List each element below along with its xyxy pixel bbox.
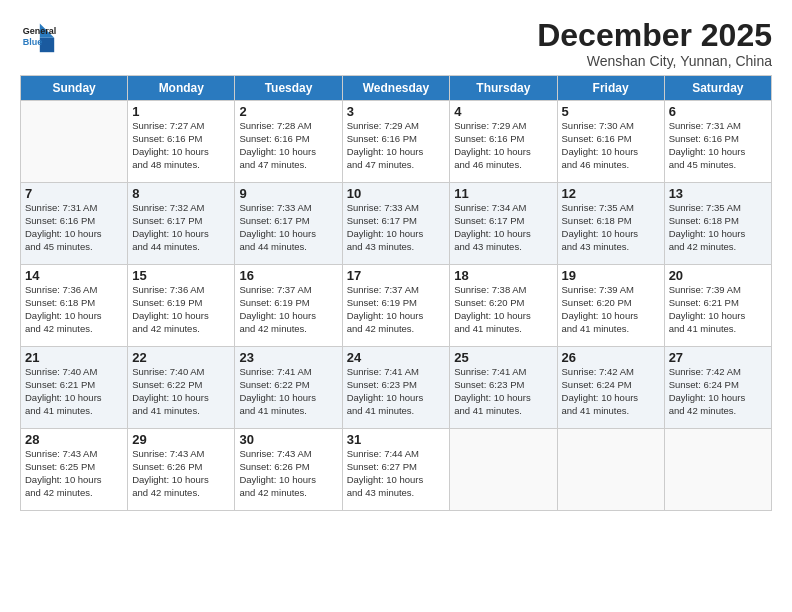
day-number: 28 [25, 432, 123, 447]
calendar-week-row: 28Sunrise: 7:43 AM Sunset: 6:25 PM Dayli… [21, 429, 772, 511]
day-number: 16 [239, 268, 337, 283]
day-number: 21 [25, 350, 123, 365]
svg-text:Blue: Blue [23, 37, 43, 47]
day-info: Sunrise: 7:33 AM Sunset: 6:17 PM Dayligh… [347, 202, 446, 253]
calendar-cell: 18Sunrise: 7:38 AM Sunset: 6:20 PM Dayli… [450, 265, 557, 347]
calendar-cell: 16Sunrise: 7:37 AM Sunset: 6:19 PM Dayli… [235, 265, 342, 347]
calendar-table: SundayMondayTuesdayWednesdayThursdayFrid… [20, 75, 772, 511]
day-info: Sunrise: 7:39 AM Sunset: 6:20 PM Dayligh… [562, 284, 660, 335]
day-number: 31 [347, 432, 446, 447]
calendar-header-saturday: Saturday [664, 76, 771, 101]
day-number: 2 [239, 104, 337, 119]
calendar-cell: 14Sunrise: 7:36 AM Sunset: 6:18 PM Dayli… [21, 265, 128, 347]
calendar-header-row: SundayMondayTuesdayWednesdayThursdayFrid… [21, 76, 772, 101]
calendar-week-row: 7Sunrise: 7:31 AM Sunset: 6:16 PM Daylig… [21, 183, 772, 265]
page: General Blue December 2025 Wenshan City,… [0, 0, 792, 612]
day-info: Sunrise: 7:29 AM Sunset: 6:16 PM Dayligh… [454, 120, 552, 171]
calendar-cell: 1Sunrise: 7:27 AM Sunset: 6:16 PM Daylig… [128, 101, 235, 183]
day-info: Sunrise: 7:31 AM Sunset: 6:16 PM Dayligh… [25, 202, 123, 253]
calendar-cell: 24Sunrise: 7:41 AM Sunset: 6:23 PM Dayli… [342, 347, 450, 429]
subtitle: Wenshan City, Yunnan, China [537, 53, 772, 69]
title-area: December 2025 Wenshan City, Yunnan, Chin… [537, 18, 772, 69]
day-number: 26 [562, 350, 660, 365]
day-info: Sunrise: 7:35 AM Sunset: 6:18 PM Dayligh… [562, 202, 660, 253]
day-number: 12 [562, 186, 660, 201]
calendar-cell: 10Sunrise: 7:33 AM Sunset: 6:17 PM Dayli… [342, 183, 450, 265]
calendar-cell: 27Sunrise: 7:42 AM Sunset: 6:24 PM Dayli… [664, 347, 771, 429]
calendar-header-thursday: Thursday [450, 76, 557, 101]
day-number: 23 [239, 350, 337, 365]
day-number: 9 [239, 186, 337, 201]
day-info: Sunrise: 7:38 AM Sunset: 6:20 PM Dayligh… [454, 284, 552, 335]
calendar-cell: 3Sunrise: 7:29 AM Sunset: 6:16 PM Daylig… [342, 101, 450, 183]
day-number: 10 [347, 186, 446, 201]
calendar-cell: 21Sunrise: 7:40 AM Sunset: 6:21 PM Dayli… [21, 347, 128, 429]
calendar-cell: 9Sunrise: 7:33 AM Sunset: 6:17 PM Daylig… [235, 183, 342, 265]
calendar-cell [450, 429, 557, 511]
day-number: 3 [347, 104, 446, 119]
day-info: Sunrise: 7:33 AM Sunset: 6:17 PM Dayligh… [239, 202, 337, 253]
svg-text:General: General [23, 26, 56, 36]
calendar-cell: 15Sunrise: 7:36 AM Sunset: 6:19 PM Dayli… [128, 265, 235, 347]
calendar-header-wednesday: Wednesday [342, 76, 450, 101]
day-number: 25 [454, 350, 552, 365]
day-info: Sunrise: 7:43 AM Sunset: 6:26 PM Dayligh… [239, 448, 337, 499]
day-number: 20 [669, 268, 767, 283]
day-info: Sunrise: 7:36 AM Sunset: 6:19 PM Dayligh… [132, 284, 230, 335]
calendar-cell: 7Sunrise: 7:31 AM Sunset: 6:16 PM Daylig… [21, 183, 128, 265]
main-title: December 2025 [537, 18, 772, 53]
calendar-header-friday: Friday [557, 76, 664, 101]
calendar-cell: 31Sunrise: 7:44 AM Sunset: 6:27 PM Dayli… [342, 429, 450, 511]
day-info: Sunrise: 7:34 AM Sunset: 6:17 PM Dayligh… [454, 202, 552, 253]
day-number: 19 [562, 268, 660, 283]
logo: General Blue [20, 18, 56, 54]
calendar-week-row: 1Sunrise: 7:27 AM Sunset: 6:16 PM Daylig… [21, 101, 772, 183]
calendar-header-monday: Monday [128, 76, 235, 101]
calendar-week-row: 14Sunrise: 7:36 AM Sunset: 6:18 PM Dayli… [21, 265, 772, 347]
day-number: 6 [669, 104, 767, 119]
calendar-header-sunday: Sunday [21, 76, 128, 101]
calendar-cell [664, 429, 771, 511]
day-info: Sunrise: 7:37 AM Sunset: 6:19 PM Dayligh… [239, 284, 337, 335]
day-number: 29 [132, 432, 230, 447]
day-info: Sunrise: 7:42 AM Sunset: 6:24 PM Dayligh… [562, 366, 660, 417]
day-number: 27 [669, 350, 767, 365]
day-number: 15 [132, 268, 230, 283]
calendar-cell: 23Sunrise: 7:41 AM Sunset: 6:22 PM Dayli… [235, 347, 342, 429]
day-info: Sunrise: 7:41 AM Sunset: 6:22 PM Dayligh… [239, 366, 337, 417]
day-info: Sunrise: 7:35 AM Sunset: 6:18 PM Dayligh… [669, 202, 767, 253]
day-number: 14 [25, 268, 123, 283]
day-number: 22 [132, 350, 230, 365]
day-info: Sunrise: 7:37 AM Sunset: 6:19 PM Dayligh… [347, 284, 446, 335]
day-info: Sunrise: 7:42 AM Sunset: 6:24 PM Dayligh… [669, 366, 767, 417]
calendar-cell: 17Sunrise: 7:37 AM Sunset: 6:19 PM Dayli… [342, 265, 450, 347]
calendar-header-tuesday: Tuesday [235, 76, 342, 101]
day-info: Sunrise: 7:43 AM Sunset: 6:25 PM Dayligh… [25, 448, 123, 499]
day-info: Sunrise: 7:30 AM Sunset: 6:16 PM Dayligh… [562, 120, 660, 171]
calendar-cell: 29Sunrise: 7:43 AM Sunset: 6:26 PM Dayli… [128, 429, 235, 511]
day-number: 5 [562, 104, 660, 119]
day-number: 24 [347, 350, 446, 365]
calendar-cell: 19Sunrise: 7:39 AM Sunset: 6:20 PM Dayli… [557, 265, 664, 347]
calendar-cell: 20Sunrise: 7:39 AM Sunset: 6:21 PM Dayli… [664, 265, 771, 347]
calendar-cell [21, 101, 128, 183]
calendar-cell: 22Sunrise: 7:40 AM Sunset: 6:22 PM Dayli… [128, 347, 235, 429]
calendar-cell: 26Sunrise: 7:42 AM Sunset: 6:24 PM Dayli… [557, 347, 664, 429]
day-info: Sunrise: 7:31 AM Sunset: 6:16 PM Dayligh… [669, 120, 767, 171]
day-info: Sunrise: 7:27 AM Sunset: 6:16 PM Dayligh… [132, 120, 230, 171]
day-info: Sunrise: 7:41 AM Sunset: 6:23 PM Dayligh… [454, 366, 552, 417]
day-number: 8 [132, 186, 230, 201]
calendar-cell: 4Sunrise: 7:29 AM Sunset: 6:16 PM Daylig… [450, 101, 557, 183]
calendar-week-row: 21Sunrise: 7:40 AM Sunset: 6:21 PM Dayli… [21, 347, 772, 429]
calendar-cell: 12Sunrise: 7:35 AM Sunset: 6:18 PM Dayli… [557, 183, 664, 265]
day-number: 17 [347, 268, 446, 283]
day-info: Sunrise: 7:43 AM Sunset: 6:26 PM Dayligh… [132, 448, 230, 499]
calendar-cell: 6Sunrise: 7:31 AM Sunset: 6:16 PM Daylig… [664, 101, 771, 183]
calendar-cell: 28Sunrise: 7:43 AM Sunset: 6:25 PM Dayli… [21, 429, 128, 511]
day-info: Sunrise: 7:44 AM Sunset: 6:27 PM Dayligh… [347, 448, 446, 499]
day-info: Sunrise: 7:28 AM Sunset: 6:16 PM Dayligh… [239, 120, 337, 171]
calendar-cell: 2Sunrise: 7:28 AM Sunset: 6:16 PM Daylig… [235, 101, 342, 183]
day-number: 7 [25, 186, 123, 201]
day-number: 18 [454, 268, 552, 283]
day-number: 11 [454, 186, 552, 201]
